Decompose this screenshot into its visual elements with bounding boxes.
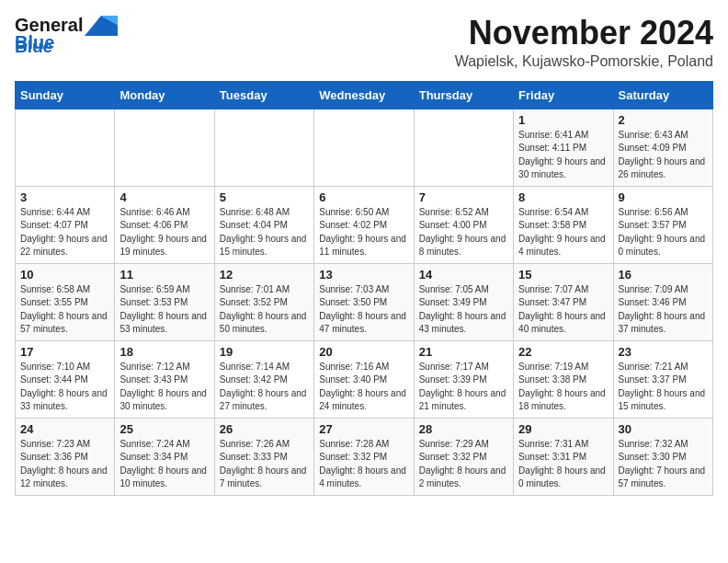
cell-info: Sunrise: 7:17 AM Sunset: 3:39 PM Dayligh… [419,361,508,414]
cell-info: Sunrise: 6:59 AM Sunset: 3:53 PM Dayligh… [119,283,209,337]
day-number: 27 [319,422,408,436]
calendar-week-4: 17Sunrise: 7:10 AM Sunset: 3:44 PM Dayli… [16,340,713,418]
calendar-cell [115,109,214,186]
calendar-cell: 25Sunrise: 7:24 AM Sunset: 3:34 PM Dayli… [115,418,214,495]
calendar-cell: 11Sunrise: 6:59 AM Sunset: 3:53 PM Dayli… [115,263,214,340]
cell-info: Sunrise: 7:14 AM Sunset: 3:42 PM Dayligh… [220,361,309,414]
day-number: 23 [619,345,708,359]
day-number: 8 [518,190,608,204]
weekday-header-saturday: Saturday [613,81,712,109]
calendar-cell: 7Sunrise: 6:52 AM Sunset: 4:00 PM Daylig… [414,186,513,263]
cell-info: Sunrise: 7:16 AM Sunset: 3:40 PM Dayligh… [319,361,408,414]
day-number: 16 [619,268,708,282]
cell-info: Sunrise: 6:48 AM Sunset: 4:04 PM Dayligh… [220,206,309,259]
day-number: 6 [319,190,408,204]
calendar-cell: 20Sunrise: 7:16 AM Sunset: 3:40 PM Dayli… [314,340,414,418]
cell-info: Sunrise: 6:41 AM Sunset: 4:11 PM Dayligh… [518,129,608,182]
cell-info: Sunrise: 7:01 AM Sunset: 3:52 PM Dayligh… [220,283,309,337]
calendar-cell: 17Sunrise: 7:10 AM Sunset: 3:44 PM Dayli… [16,340,115,418]
calendar-cell [314,109,414,186]
cell-info: Sunrise: 7:09 AM Sunset: 3:46 PM Dayligh… [619,283,708,337]
day-number: 4 [119,190,209,204]
calendar-cell: 14Sunrise: 7:05 AM Sunset: 3:49 PM Dayli… [414,263,513,340]
calendar-cell: 5Sunrise: 6:48 AM Sunset: 4:04 PM Daylig… [214,186,313,263]
calendar-cell: 13Sunrise: 7:03 AM Sunset: 3:50 PM Dayli… [314,263,414,340]
calendar-cell: 29Sunrise: 7:31 AM Sunset: 3:31 PM Dayli… [514,418,613,495]
day-number: 17 [20,345,109,359]
cell-info: Sunrise: 7:07 AM Sunset: 3:47 PM Dayligh… [518,283,608,337]
calendar-cell: 6Sunrise: 6:50 AM Sunset: 4:02 PM Daylig… [314,186,414,263]
weekday-header-wednesday: Wednesday [314,81,414,109]
calendar-week-1: 1Sunrise: 6:41 AM Sunset: 4:11 PM Daylig… [16,109,713,186]
calendar-cell: 19Sunrise: 7:14 AM Sunset: 3:42 PM Dayli… [214,340,313,418]
day-number: 11 [119,268,209,282]
cell-info: Sunrise: 7:12 AM Sunset: 3:43 PM Dayligh… [119,361,209,414]
weekday-header-sunday: Sunday [16,81,115,109]
logo-blue-text: Blue [15,37,52,57]
day-number: 14 [419,268,508,282]
calendar-cell: 12Sunrise: 7:01 AM Sunset: 3:52 PM Dayli… [214,263,313,340]
calendar-week-5: 24Sunrise: 7:23 AM Sunset: 3:36 PM Dayli… [16,418,713,495]
cell-info: Sunrise: 6:54 AM Sunset: 3:58 PM Dayligh… [518,206,608,259]
day-number: 30 [619,422,708,436]
cell-info: Sunrise: 6:52 AM Sunset: 4:00 PM Dayligh… [419,206,508,259]
cell-info: Sunrise: 6:46 AM Sunset: 4:06 PM Dayligh… [119,206,209,259]
weekday-header-tuesday: Tuesday [214,81,313,109]
title-area: November 2024 Wapielsk, Kujawsko-Pomorsk… [455,15,713,70]
calendar-cell [414,109,513,186]
day-number: 26 [220,422,309,436]
calendar-cell: 10Sunrise: 6:58 AM Sunset: 3:55 PM Dayli… [16,263,115,340]
cell-info: Sunrise: 7:26 AM Sunset: 3:33 PM Dayligh… [220,438,309,491]
calendar-week-2: 3Sunrise: 6:44 AM Sunset: 4:07 PM Daylig… [16,186,713,263]
day-number: 18 [119,345,209,359]
calendar-cell: 2Sunrise: 6:43 AM Sunset: 4:09 PM Daylig… [613,109,712,186]
calendar-cell: 22Sunrise: 7:19 AM Sunset: 3:38 PM Dayli… [514,340,613,418]
cell-info: Sunrise: 7:29 AM Sunset: 3:32 PM Dayligh… [419,438,508,491]
day-number: 3 [20,190,109,204]
calendar-cell: 24Sunrise: 7:23 AM Sunset: 3:36 PM Dayli… [16,418,115,495]
cell-info: Sunrise: 6:56 AM Sunset: 3:57 PM Dayligh… [619,206,708,259]
day-number: 15 [518,268,608,282]
day-number: 7 [419,190,508,204]
day-number: 20 [319,345,408,359]
cell-info: Sunrise: 7:31 AM Sunset: 3:31 PM Dayligh… [518,438,608,491]
day-number: 5 [220,190,309,204]
cell-info: Sunrise: 7:32 AM Sunset: 3:30 PM Dayligh… [619,438,708,491]
day-number: 29 [518,422,608,436]
cell-info: Sunrise: 7:23 AM Sunset: 3:36 PM Dayligh… [20,438,109,491]
cell-info: Sunrise: 7:28 AM Sunset: 3:32 PM Dayligh… [319,438,408,491]
calendar-cell: 9Sunrise: 6:56 AM Sunset: 3:57 PM Daylig… [613,186,712,263]
calendar-cell: 1Sunrise: 6:41 AM Sunset: 4:11 PM Daylig… [514,109,613,186]
day-number: 21 [419,345,508,359]
calendar-cell: 26Sunrise: 7:26 AM Sunset: 3:33 PM Dayli… [214,418,313,495]
day-number: 1 [518,113,608,127]
calendar-cell: 23Sunrise: 7:21 AM Sunset: 3:37 PM Dayli… [613,340,712,418]
cell-info: Sunrise: 7:03 AM Sunset: 3:50 PM Dayligh… [319,283,408,337]
day-number: 22 [518,345,608,359]
calendar-cell: 21Sunrise: 7:17 AM Sunset: 3:39 PM Dayli… [414,340,513,418]
logo-icon [85,16,118,36]
calendar-cell [16,109,115,186]
calendar-cell: 30Sunrise: 7:32 AM Sunset: 3:30 PM Dayli… [613,418,712,495]
weekday-header-thursday: Thursday [414,81,513,109]
logo: General Blue Blue [15,15,118,57]
calendar-cell: 4Sunrise: 6:46 AM Sunset: 4:06 PM Daylig… [115,186,214,263]
cell-info: Sunrise: 7:05 AM Sunset: 3:49 PM Dayligh… [419,283,508,337]
calendar-cell: 28Sunrise: 7:29 AM Sunset: 3:32 PM Dayli… [414,418,513,495]
cell-info: Sunrise: 7:19 AM Sunset: 3:38 PM Dayligh… [518,361,608,414]
day-number: 2 [619,113,708,127]
calendar-cell: 3Sunrise: 6:44 AM Sunset: 4:07 PM Daylig… [16,186,115,263]
header: General Blue Blue November 2024 Wapielsk… [15,15,713,70]
calendar-cell [214,109,313,186]
cell-info: Sunrise: 6:58 AM Sunset: 3:55 PM Dayligh… [20,283,109,337]
calendar-cell: 27Sunrise: 7:28 AM Sunset: 3:32 PM Dayli… [314,418,414,495]
calendar-week-3: 10Sunrise: 6:58 AM Sunset: 3:55 PM Dayli… [16,263,713,340]
cell-info: Sunrise: 6:44 AM Sunset: 4:07 PM Dayligh… [20,206,109,259]
weekday-header-row: SundayMondayTuesdayWednesdayThursdayFrid… [16,81,713,109]
weekday-header-friday: Friday [514,81,613,109]
calendar-table: SundayMondayTuesdayWednesdayThursdayFrid… [15,81,713,496]
cell-info: Sunrise: 7:24 AM Sunset: 3:34 PM Dayligh… [119,438,209,491]
calendar-cell: 8Sunrise: 6:54 AM Sunset: 3:58 PM Daylig… [514,186,613,263]
day-number: 10 [20,268,109,282]
day-number: 13 [319,268,408,282]
